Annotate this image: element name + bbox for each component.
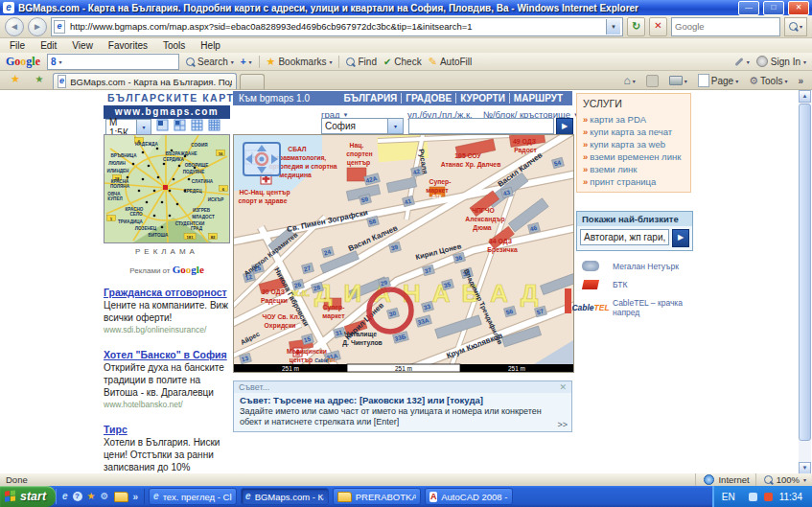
nav-bulgaria[interactable]: БЪЛГАРИЯ — [339, 93, 401, 104]
service-link-print-page[interactable]: »принт страница — [583, 175, 684, 188]
search-options-caret-icon[interactable]: ▾ — [800, 23, 802, 30]
ad-link[interactable]: Гражданска отговорност — [104, 287, 230, 299]
nearest-select[interactable]: Автогари, жп гари, аеро ▾ — [580, 229, 669, 245]
service-link-print-map[interactable]: »купи карта за печат — [583, 126, 684, 138]
menu-view[interactable]: View — [72, 40, 93, 51]
nearest-go-button[interactable]: ▶ — [672, 229, 689, 247]
toolbar-settings-button[interactable]: ▾ — [734, 58, 750, 65]
print-button[interactable]: ▾ — [665, 73, 691, 88]
menu-help[interactable]: Help — [200, 40, 220, 51]
scale-select[interactable]: М 1:5К ▾ — [105, 119, 151, 135]
scroll-up-icon[interactable]: ▲ — [799, 90, 811, 103]
tray-antivirus-icon[interactable] — [764, 493, 773, 501]
quick-launch-ie-icon[interactable]: e — [62, 490, 68, 503]
poi-label: Радост — [514, 147, 537, 154]
service-link-pda[interactable]: »карти за PDA — [583, 113, 684, 126]
map-scale-bar: 251 m 251 m 251 m — [234, 364, 573, 372]
stop-button[interactable]: ✕ — [649, 17, 667, 36]
tip-more-button[interactable]: >> — [557, 420, 568, 429]
bookmarks-button[interactable]: ★ Bookmarks ▾ — [267, 56, 333, 68]
select-dropdown-icon[interactable]: ▾ — [136, 120, 151, 134]
forward-button[interactable]: ► — [28, 17, 47, 36]
ad-link[interactable]: Хотел "Банско" в София — [104, 349, 230, 361]
address-field[interactable]: e ▼ — [51, 17, 623, 36]
search-input[interactable] — [672, 21, 779, 32]
page-scrollbar[interactable]: ▲ ▼ — [799, 90, 811, 474]
address-search-input[interactable] — [408, 118, 554, 134]
close-button[interactable]: ✕ — [788, 1, 809, 15]
select-dropdown-icon[interactable]: ▾ — [387, 119, 403, 133]
city-select[interactable]: София ▾ — [321, 118, 404, 134]
home-button[interactable]: ⌂ ▾ — [620, 73, 639, 88]
add-favorite-button[interactable]: ★ — [29, 71, 50, 88]
google-plus-button[interactable]: + ▾ — [241, 57, 252, 67]
partner-megalan[interactable]: Мегалан Нетуърк — [576, 261, 701, 271]
sofia-overview-minimap[interactable]: 181661181826НАДЕЖДАСОФИЯВЪЗРАЖДАНЕВРЪБНИ… — [104, 134, 230, 243]
zoom-tile-icon-3[interactable] — [191, 119, 203, 131]
taskbar-task-prerabotka[interactable]: PRERABOTKA — [333, 488, 421, 505]
quick-launch-media-icon[interactable]: ⚙ — [101, 490, 109, 503]
tab-bgmaps[interactable]: e BGMaps.com - Карта на България. Подроб… — [53, 73, 237, 89]
autofill-button[interactable]: ✎ AutoFill — [429, 56, 473, 68]
address-dropdown-icon[interactable]: ▼ — [606, 19, 620, 35]
menu-file[interactable]: File — [10, 40, 25, 51]
minimize-button[interactable]: — — [738, 1, 759, 15]
taskbar-task-tehpregled[interactable]: e тех. преглед - Club ... — [149, 488, 237, 505]
magnifier-icon — [186, 58, 195, 66]
search-go-button[interactable]: ▾ — [784, 17, 807, 36]
service-link-link[interactable]: »вземи линк — [583, 163, 684, 175]
search-box[interactable] — [671, 17, 780, 36]
rss-button[interactable] — [642, 73, 662, 88]
google-search-provider-icon[interactable]: 8 — [51, 57, 57, 67]
service-link-web-map[interactable]: »купи карта за web — [583, 138, 684, 150]
menu-favorites[interactable]: Favorites — [108, 40, 148, 51]
quick-launch-folder-icon[interactable] — [114, 492, 128, 502]
page-menu-button[interactable]: Page ▾ — [694, 73, 742, 88]
main-map[interactable]: ж.к. ДИАНАБАД 42А42594158392443465425272… — [233, 134, 574, 373]
menu-edit[interactable]: Edit — [40, 40, 57, 51]
language-indicator[interactable]: EN — [722, 492, 735, 502]
tools-menu-button[interactable]: ⚙ Tools ▾ — [745, 73, 791, 88]
zoom-tile-icon-1[interactable] — [156, 119, 169, 131]
quick-launch-star-icon[interactable]: ★ — [87, 490, 96, 503]
link-old-version[interactable]: Към bgmaps 1.0 — [239, 93, 310, 104]
zoom-tile-icon-2[interactable] — [174, 119, 186, 131]
sign-in-button[interactable]: Sign In ▾ — [756, 56, 806, 67]
quick-launch-help-icon[interactable]: ? — [73, 492, 82, 501]
start-button[interactable]: start — [0, 486, 56, 507]
refresh-button[interactable]: ↻ — [627, 17, 645, 36]
find-button[interactable]: Find — [346, 57, 376, 67]
quick-launch-overflow-icon[interactable]: » — [133, 492, 139, 502]
nav-route[interactable]: МАРШРУТ — [509, 93, 567, 104]
partner-btk[interactable]: БТК — [576, 280, 701, 289]
maximize-button[interactable]: □ — [763, 1, 784, 15]
nav-resorts[interactable]: КУРОРТИ — [455, 93, 509, 104]
taskbar-task-autocad[interactable]: A AutoCAD 2008 - [E:\... — [425, 488, 513, 505]
partner-cabletel[interactable]: CableTEL CableTEL – крачка напред — [576, 298, 701, 317]
map-pan-control[interactable] — [244, 143, 280, 175]
nav-cities[interactable]: ГРАДОВЕ — [401, 93, 455, 104]
poi-label: Дюма — [473, 224, 491, 232]
clock[interactable]: 11:34 — [779, 492, 802, 502]
menu-tools[interactable]: Tools — [163, 40, 185, 51]
favorites-center-button[interactable]: ★ — [5, 71, 26, 88]
caret-icon: ▾ — [684, 78, 687, 84]
tray-network-icon[interactable] — [749, 493, 757, 501]
zoom-tile-icon-4[interactable] — [208, 119, 220, 131]
back-button[interactable]: ◄ — [5, 17, 24, 36]
url-input[interactable] — [68, 20, 603, 33]
tip-close-icon[interactable]: ✕ — [559, 382, 567, 392]
new-tab-button[interactable] — [240, 74, 265, 89]
google-search-button[interactable]: Search ▾ — [186, 57, 234, 67]
caret-icon: ▾ — [249, 58, 252, 65]
ad-link[interactable]: Тирс — [104, 424, 230, 436]
provider-caret-icon[interactable]: ▾ — [59, 58, 62, 65]
service-link-temp-link[interactable]: »вземи временен линк — [583, 150, 684, 163]
scrollbar-thumb[interactable] — [799, 104, 811, 441]
taskbar-task-bgmaps[interactable]: e BGMaps.com - Карта... — [241, 488, 329, 505]
google-search-input[interactable]: 8 ▾ — [47, 54, 179, 70]
spellcheck-button[interactable]: ✔ Check — [383, 57, 422, 67]
zoom-control[interactable]: 100% ▾ — [755, 473, 806, 486]
toolbar-overflow-button[interactable]: » — [794, 73, 807, 88]
toolbar-divider — [338, 56, 339, 68]
